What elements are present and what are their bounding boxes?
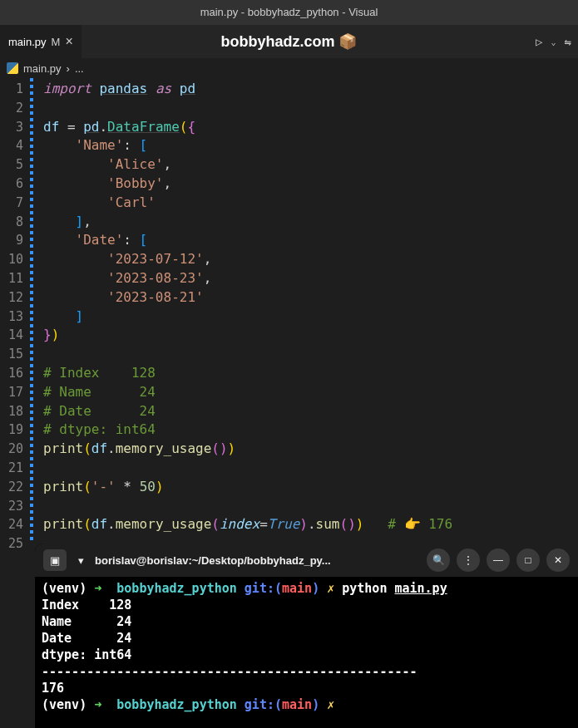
line-gutter: 1234567891011121314151617181920212223242… bbox=[0, 78, 30, 544]
terminal-title: borislav@borislav:~/Desktop/bobbyhadz_py… bbox=[95, 554, 420, 567]
search-icon[interactable]: 🔍 bbox=[427, 548, 450, 572]
code-content[interactable]: import pandas as pd df = pd.DataFrame({ … bbox=[33, 78, 578, 544]
compare-icon[interactable]: ⇋ bbox=[565, 35, 571, 48]
breadcrumb[interactable]: main.py › ... bbox=[0, 58, 578, 78]
tab-bar: main.py M × bobbyhadz.com 📦 ▷ ⌄ ⇋ bbox=[0, 25, 578, 58]
tab-modified-indicator: M bbox=[52, 36, 61, 48]
close-terminal-icon[interactable]: ✕ bbox=[546, 548, 570, 572]
run-icon[interactable]: ▷ bbox=[536, 35, 542, 48]
tab-filename: main.py bbox=[8, 36, 47, 48]
breadcrumb-file: main.py bbox=[23, 62, 62, 75]
editor-tab-main[interactable]: main.py M × bbox=[0, 25, 82, 58]
site-label: bobbyhadz.com 📦 bbox=[220, 32, 357, 51]
maximize-icon[interactable]: □ bbox=[516, 548, 540, 572]
code-editor[interactable]: 1234567891011121314151617181920212223242… bbox=[0, 78, 578, 544]
run-controls: ▷ ⌄ ⇋ bbox=[536, 35, 571, 48]
dropdown-button[interactable]: ▾ bbox=[73, 549, 88, 571]
close-icon[interactable]: × bbox=[65, 34, 72, 49]
minimize-icon[interactable]: — bbox=[487, 548, 510, 572]
breadcrumb-separator: › bbox=[67, 62, 70, 75]
breadcrumb-rest: ... bbox=[75, 62, 84, 75]
chevron-down-icon[interactable]: ⌄ bbox=[551, 37, 556, 47]
terminal-header: ▣ ▾ borislav@borislav:~/Desktop/bobbyhad… bbox=[35, 544, 578, 577]
window-titlebar: main.py - bobbyhadz_python - Visual bbox=[0, 0, 578, 25]
python-file-icon bbox=[7, 62, 18, 74]
new-tab-button[interactable]: ▣ bbox=[43, 549, 67, 571]
terminal-panel: ▣ ▾ borislav@borislav:~/Desktop/bobbyhad… bbox=[35, 544, 578, 728]
menu-icon[interactable]: ⋮ bbox=[457, 548, 480, 572]
terminal-output[interactable]: (venv) ➜ bobbyhadz_python git:(main) ✗ p… bbox=[35, 577, 578, 716]
